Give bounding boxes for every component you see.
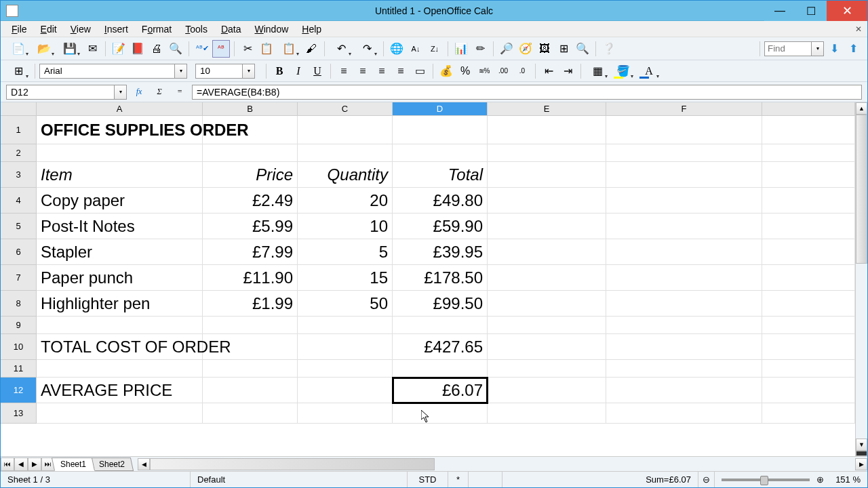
cell-E10[interactable]	[488, 334, 606, 360]
new-doc-button[interactable]: 📄	[6, 40, 31, 58]
cell-E7[interactable]	[488, 265, 606, 291]
cell-A9[interactable]	[37, 317, 203, 334]
cell-B1[interactable]	[203, 116, 298, 144]
cell-B13[interactable]	[203, 403, 298, 424]
cell-E2[interactable]	[488, 144, 606, 162]
cell-E1[interactable]	[488, 116, 606, 144]
vscroll-track[interactable]	[856, 264, 867, 439]
styles-button[interactable]: ⊞	[6, 62, 31, 80]
cell-C7[interactable]: 15	[298, 265, 393, 291]
row-header-7[interactable]: 7	[1, 265, 37, 291]
cell-F3[interactable]	[606, 162, 762, 188]
cell-D10[interactable]: £427.65	[393, 334, 488, 360]
cell-C4[interactable]: 20	[298, 188, 393, 214]
zoom-slider[interactable]	[722, 479, 810, 481]
cell-E13[interactable]	[488, 403, 606, 424]
vertical-scrollbar[interactable]: ▲ ▼	[855, 102, 867, 456]
sum-button[interactable]: Σ	[151, 85, 167, 100]
cell-B9[interactable]	[203, 317, 298, 334]
hyperlink-button[interactable]: 🌐	[388, 40, 406, 58]
cell-A2[interactable]	[37, 144, 203, 162]
email-button[interactable]: ✉	[83, 40, 101, 58]
status-sum[interactable]: Sum=£6.07	[502, 472, 698, 487]
align-left-button[interactable]: ≡	[335, 62, 353, 80]
cell-A10[interactable]: TOTAL COST OF ORDER	[37, 334, 203, 360]
percent-button[interactable]: %	[456, 62, 474, 80]
cell-F12[interactable]	[606, 378, 762, 403]
find-input[interactable]	[764, 41, 812, 56]
cell-E6[interactable]	[488, 239, 606, 265]
menu-format[interactable]: Format	[136, 22, 177, 36]
cell-C10[interactable]	[298, 334, 393, 360]
italic-button[interactable]: I	[290, 62, 307, 80]
cell-C5[interactable]: 10	[298, 214, 393, 239]
cell-A3[interactable]: Item	[37, 162, 203, 188]
cell-F6[interactable]	[606, 239, 762, 265]
bold-button[interactable]: B	[271, 62, 288, 80]
row-header-3[interactable]: 3	[1, 162, 37, 188]
cell-A7[interactable]: Paper punch	[37, 265, 203, 291]
cell-E4[interactable]	[488, 188, 606, 214]
cell-A13[interactable]	[37, 403, 203, 424]
font-name-dropdown[interactable]: ▾	[175, 64, 187, 79]
status-sheet[interactable]: Sheet 1 / 3	[1, 472, 191, 487]
tab-first-button[interactable]: ⏮	[1, 458, 14, 471]
col-header-E[interactable]: E	[488, 102, 606, 116]
align-right-button[interactable]: ≡	[373, 62, 391, 80]
find-next-button[interactable]: ⬇	[825, 40, 843, 58]
cell-B3[interactable]: Price	[203, 162, 298, 188]
cell-A12[interactable]: AVERAGE PRICE	[37, 378, 203, 403]
cell-D5[interactable]: £59.90	[393, 214, 488, 239]
tab-next-button[interactable]: ▶	[28, 458, 41, 471]
row-header-10[interactable]: 10	[1, 334, 37, 360]
open-button[interactable]: 📂	[32, 40, 56, 58]
cell-E12[interactable]	[488, 378, 606, 403]
scroll-down-button[interactable]: ▼	[856, 439, 867, 451]
zoom-in-button[interactable]: ⊕	[816, 474, 827, 485]
menu-file[interactable]: File	[6, 22, 33, 36]
cell-reference-input[interactable]	[6, 85, 115, 100]
cell-F4[interactable]	[606, 188, 762, 214]
cell-D13[interactable]	[393, 403, 488, 424]
menu-edit[interactable]: Edit	[35, 22, 62, 36]
cell-D1[interactable]	[393, 116, 488, 144]
cell-F1[interactable]	[606, 116, 762, 144]
row-header-4[interactable]: 4	[1, 188, 37, 214]
sort-desc-button[interactable]: Z↓	[426, 40, 443, 58]
select-all-corner[interactable]	[1, 102, 37, 116]
font-size-input[interactable]	[195, 64, 243, 79]
cell-D6[interactable]: £39.95	[393, 239, 488, 265]
menu-view[interactable]: View	[65, 22, 96, 36]
help-button[interactable]: ❔	[600, 40, 618, 58]
spellcheck-button[interactable]: ᴬᴮ✔	[193, 40, 211, 58]
cell-F8[interactable]	[606, 291, 762, 317]
cell-F10[interactable]	[606, 334, 762, 360]
cell-A11[interactable]	[37, 360, 203, 378]
col-header-C[interactable]: C	[298, 102, 393, 116]
cell-B11[interactable]	[203, 360, 298, 378]
cell-A1[interactable]: OFFICE SUPPLIES ORDER	[37, 116, 203, 144]
row-header-13[interactable]: 13	[1, 403, 37, 424]
cell-C11[interactable]	[298, 360, 393, 378]
save-button[interactable]: 💾	[58, 40, 82, 58]
cell-D9[interactable]	[393, 317, 488, 334]
tab-prev-button[interactable]: ◀	[14, 458, 28, 471]
fontcolor-button[interactable]: A	[637, 62, 661, 80]
menu-data[interactable]: Data	[216, 22, 247, 36]
gallery-button[interactable]: 🖼	[536, 40, 553, 58]
add-decimal-button[interactable]: .00	[494, 62, 512, 80]
chart-button[interactable]: 📊	[452, 40, 470, 58]
print-button[interactable]: 🖨	[148, 40, 165, 58]
scroll-up-button[interactable]: ▲	[856, 102, 867, 115]
currency-button[interactable]: 💰	[437, 62, 455, 80]
edit-file-button[interactable]: 📝	[110, 40, 127, 58]
cell-B2[interactable]	[203, 144, 298, 162]
status-pagestyle[interactable]: Default	[191, 472, 408, 487]
formula-input[interactable]	[192, 85, 862, 100]
status-zoom[interactable]: 151 %	[827, 472, 867, 487]
status-insert-mode[interactable]: STD	[408, 472, 448, 487]
scroll-right-button[interactable]: ▶	[855, 458, 867, 470]
col-header-D[interactable]: D	[393, 102, 488, 116]
cut-button[interactable]: ✂	[239, 40, 256, 58]
underline-button[interactable]: U	[309, 62, 326, 80]
